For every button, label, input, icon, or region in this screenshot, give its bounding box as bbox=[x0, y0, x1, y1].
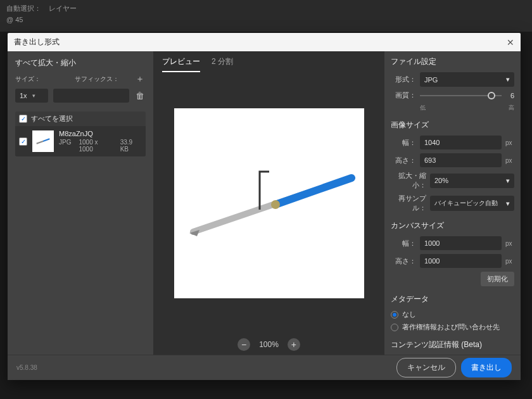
unit-px: px bbox=[505, 139, 514, 146]
left-panel: すべて拡大・縮小 サイズ： サフィックス： ＋ 1x ▾ 🗑 ✓ bbox=[8, 51, 153, 355]
unit-px: px bbox=[505, 258, 514, 265]
quality-slider[interactable] bbox=[420, 95, 502, 96]
unit-px: px bbox=[505, 157, 514, 164]
center-panel: プレビュー 2 分割 − 100% + bbox=[153, 51, 384, 355]
preview-image bbox=[174, 108, 364, 298]
asset-filesize: 33.9 KB bbox=[120, 139, 142, 153]
dialog-header: 書き出し形式 ✕ bbox=[8, 33, 521, 51]
delete-size-button[interactable]: 🗑 bbox=[134, 91, 146, 101]
preview-canvas bbox=[174, 108, 364, 298]
height-input[interactable]: 693 bbox=[420, 153, 502, 167]
size-label: サイズ： bbox=[15, 75, 70, 84]
zoom-indicator: @ 45 bbox=[6, 16, 23, 23]
radio-icon bbox=[391, 324, 398, 331]
height-label: 高さ： bbox=[391, 156, 416, 165]
metadata-none-radio[interactable]: なし bbox=[391, 310, 514, 319]
tab-preview[interactable]: プレビュー bbox=[162, 56, 200, 72]
zoom-value: 100% bbox=[259, 340, 279, 349]
export-as-dialog: 書き出し形式 ✕ すべて拡大・縮小 サイズ： サフィックス： ＋ 1x ▾ 🗑 bbox=[8, 33, 521, 380]
metadata-copyright-radio[interactable]: 著作権情報および問い合わせ先 bbox=[391, 322, 514, 332]
add-size-button[interactable]: ＋ bbox=[134, 73, 146, 85]
tab-split[interactable]: 2 分割 bbox=[212, 56, 233, 72]
image-size-title: 画像サイズ bbox=[391, 120, 514, 130]
format-select[interactable]: JPG ▾ bbox=[420, 72, 514, 87]
asset-thumbnail bbox=[32, 130, 54, 152]
scale-value: 20% bbox=[434, 177, 448, 184]
size-select-value: 1x bbox=[20, 92, 27, 99]
layer-label: レイヤー bbox=[49, 4, 77, 13]
close-icon[interactable]: ✕ bbox=[507, 37, 514, 48]
dialog-footer: v5.8.38 キャンセル 書き出し bbox=[8, 355, 521, 380]
chevron-down-icon: ▾ bbox=[506, 177, 510, 185]
resample-select[interactable]: バイキュービック自動 ▾ bbox=[430, 196, 514, 211]
canvas-width-input[interactable]: 1000 bbox=[420, 236, 502, 250]
content-auth-title: コンテンツ認証情報 (Beta) bbox=[391, 339, 514, 350]
chevron-down-icon: ▾ bbox=[506, 200, 510, 208]
suffix-input[interactable] bbox=[53, 89, 129, 103]
asset-format: JPG bbox=[59, 139, 71, 153]
quality-value: 6 bbox=[505, 92, 514, 99]
resample-label: 再サンプル： bbox=[391, 194, 426, 213]
scale-all-title: すべて拡大・縮小 bbox=[15, 58, 146, 68]
chevron-down-icon: ▾ bbox=[506, 75, 510, 84]
canvas-height-input[interactable]: 1000 bbox=[420, 254, 502, 268]
width-label: 幅： bbox=[391, 138, 416, 148]
format-label: 形式： bbox=[391, 75, 416, 84]
format-value: JPG bbox=[424, 76, 438, 84]
canvas-height-label: 高さ： bbox=[391, 256, 416, 266]
canvas-size-title: カンバスサイズ bbox=[391, 220, 514, 231]
asset-name: M8zaZnJQ bbox=[59, 130, 142, 137]
file-settings-title: ファイル設定 bbox=[391, 56, 514, 67]
width-input[interactable]: 1040 bbox=[420, 136, 502, 149]
quality-slider-thumb[interactable] bbox=[488, 92, 495, 99]
metadata-copyright-label: 著作権情報および問い合わせ先 bbox=[402, 322, 500, 332]
select-all-label: すべてを選択 bbox=[31, 114, 73, 124]
preview-area bbox=[153, 72, 384, 334]
scale-select[interactable]: 20% ▾ bbox=[430, 174, 514, 188]
export-button[interactable]: 書き出し bbox=[461, 358, 512, 377]
auto-select-label: 自動選択： bbox=[6, 4, 41, 13]
canvas-width-label: 幅： bbox=[391, 239, 416, 248]
reset-button[interactable]: 初期化 bbox=[481, 272, 514, 286]
zoom-in-button[interactable]: + bbox=[288, 338, 300, 351]
resample-value: バイキュービック自動 bbox=[434, 199, 498, 208]
preview-footer: − 100% + bbox=[153, 334, 384, 355]
asset-list: ✓ すべてを選択 ✓ M8zaZnJQ JPG 1000 x 1000 33.9… bbox=[15, 111, 146, 156]
suffix-label: サフィックス： bbox=[75, 75, 129, 84]
quality-high-label: 高 bbox=[509, 104, 514, 112]
unit-px: px bbox=[505, 240, 514, 247]
asset-checkbox[interactable]: ✓ bbox=[19, 137, 27, 146]
radio-icon bbox=[391, 311, 398, 319]
metadata-none-label: なし bbox=[402, 310, 416, 319]
zoom-out-button[interactable]: − bbox=[238, 338, 250, 351]
size-select[interactable]: 1x ▾ bbox=[15, 89, 48, 103]
select-all-checkbox[interactable]: ✓ bbox=[19, 115, 27, 123]
metadata-title: メタデータ bbox=[391, 294, 514, 305]
quality-low-label: 低 bbox=[420, 104, 426, 112]
version-label: v5.8.38 bbox=[16, 364, 37, 371]
dialog-title: 書き出し形式 bbox=[14, 37, 60, 48]
chevron-down-icon: ▾ bbox=[32, 92, 35, 99]
quality-label: 画質： bbox=[391, 91, 416, 100]
cancel-button[interactable]: キャンセル bbox=[396, 358, 456, 377]
right-panel: ファイル設定 形式： JPG ▾ 画質： 6 低 bbox=[384, 51, 521, 355]
scale-label: 拡大・縮小： bbox=[391, 171, 426, 190]
app-background: 自動選択： レイヤー @ 45 bbox=[0, 0, 532, 32]
asset-row[interactable]: ✓ M8zaZnJQ JPG 1000 x 1000 33.9 KB bbox=[15, 126, 146, 156]
svg-point-2 bbox=[271, 200, 280, 209]
preview-tabs: プレビュー 2 分割 bbox=[153, 51, 384, 72]
svg-line-1 bbox=[276, 178, 352, 205]
asset-dimensions: 1000 x 1000 bbox=[79, 139, 112, 153]
